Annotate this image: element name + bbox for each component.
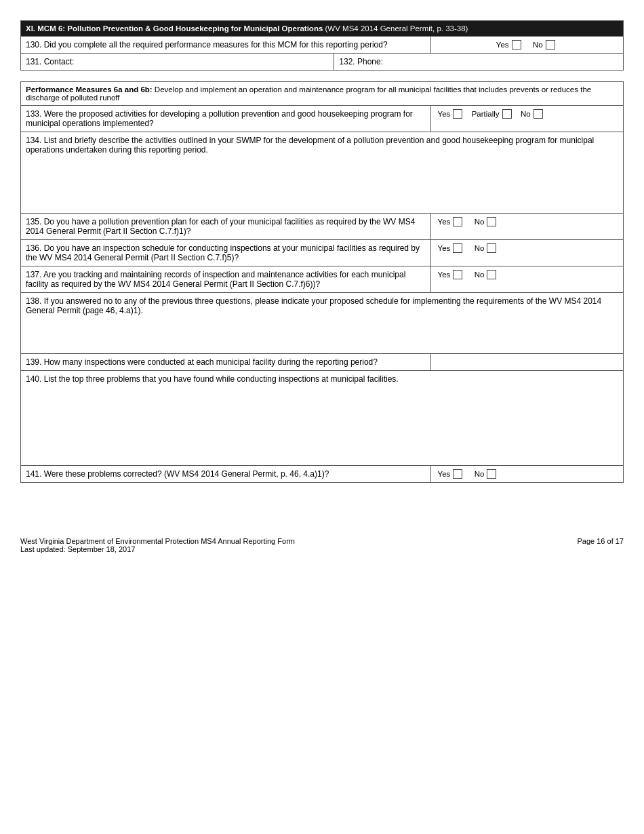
section-header-row: XI. MCM 6: Pollution Prevention & Good H… — [21, 21, 624, 37]
q141-no-group: No — [475, 469, 497, 479]
q133-yes-checkbox[interactable] — [453, 109, 462, 119]
q135-no-group: No — [475, 217, 497, 226]
q137-yes-group: Yes — [438, 270, 463, 279]
q138-text: 138. If you answered no to any of the pr… — [21, 293, 624, 354]
q134-text: 134. List and briefly describe the activ… — [21, 132, 624, 214]
q136-no-label: No — [475, 244, 485, 252]
section-header-cell: XI. MCM 6: Pollution Prevention & Good H… — [21, 21, 624, 37]
q136-yes-group: Yes — [438, 243, 463, 253]
q137-text: 137. Are you tracking and maintaining re… — [21, 266, 431, 293]
q133-partially-checkbox[interactable] — [502, 109, 512, 119]
q135-yes-group: Yes — [438, 217, 463, 226]
q141-no-checkbox[interactable] — [487, 469, 496, 479]
q141-yes-label: Yes — [438, 470, 451, 478]
q137-yes-checkbox[interactable] — [453, 270, 462, 279]
performance-table: Performance Measures 6a and 6b: Develop … — [20, 81, 624, 483]
q135-yn-cell: Yes No — [430, 214, 623, 240]
q130-yes-label: Yes — [496, 41, 509, 49]
q130-yes-group: Yes — [496, 40, 521, 49]
q141-no-label: No — [475, 470, 485, 478]
q137-no-label: No — [475, 271, 485, 279]
q133-yes-label: Yes — [438, 110, 451, 118]
q135-text: 135. Do you have a pollution prevention … — [21, 214, 431, 240]
q136-no-checkbox[interactable] — [487, 243, 496, 253]
q132-cell: 132. Phone: — [334, 54, 624, 71]
q135-yes-label: Yes — [438, 218, 451, 226]
footer-left: West Virginia Department of Environmenta… — [20, 537, 295, 553]
q141-row: 141. Were these problems corrected? (WV … — [21, 466, 624, 483]
perf-header-bold: Performance Measures 6a and 6b: — [26, 85, 153, 94]
q133-no-label: No — [521, 110, 531, 118]
q136-text: 136. Do you have an inspection schedule … — [21, 240, 431, 266]
q134-row: 134. List and briefly describe the activ… — [21, 132, 624, 214]
q137-no-checkbox[interactable] — [487, 270, 496, 279]
q136-yes-checkbox[interactable] — [453, 243, 462, 253]
q130-no-label: No — [533, 41, 543, 49]
q136-no-group: No — [475, 243, 497, 253]
q130-no-group: No — [533, 40, 555, 49]
q141-yn-cell: Yes No — [430, 466, 623, 483]
q133-partially-label: Partially — [472, 110, 500, 118]
q130-text: 130. Did you complete all the required p… — [21, 37, 431, 54]
footer-org: West Virginia Department of Environmenta… — [20, 537, 295, 545]
section-header-bold: XI. MCM 6: Pollution Prevention & Good H… — [26, 24, 323, 33]
q137-no-group: No — [475, 270, 497, 279]
q139-answer-cell — [430, 354, 623, 371]
q141-yes-checkbox[interactable] — [453, 469, 462, 479]
q133-no-group: No — [521, 109, 543, 119]
q135-row: 135. Do you have a pollution prevention … — [21, 214, 624, 240]
footer-page: Page 16 of 17 — [577, 537, 624, 553]
q130-no-checkbox[interactable] — [546, 40, 555, 49]
q130-yes-checkbox[interactable] — [512, 40, 521, 49]
q141-text: 141. Were these problems corrected? (WV … — [21, 466, 431, 483]
q131-cell: 131. Contact: — [21, 54, 334, 71]
q137-yes-label: Yes — [438, 271, 451, 279]
q133-no-checkbox[interactable] — [534, 109, 543, 119]
q133-yn-cell: Yes Partially No — [430, 106, 623, 132]
q135-no-checkbox[interactable] — [487, 217, 496, 226]
perf-header-cell: Performance Measures 6a and 6b: Develop … — [21, 82, 624, 106]
q137-yn-cell: Yes No — [430, 266, 623, 293]
q130-row: 130. Did you complete all the required p… — [21, 37, 624, 54]
q136-row: 136. Do you have an inspection schedule … — [21, 240, 624, 266]
q130-yn-cell: Yes No — [430, 37, 623, 54]
q136-yn-cell: Yes No — [430, 240, 623, 266]
q135-yes-checkbox[interactable] — [453, 217, 462, 226]
footer-date: Last updated: September 18, 2017 — [20, 545, 295, 553]
q133-yes-group: Yes — [438, 109, 463, 119]
q131-q132-row: 131. Contact: 132. Phone: — [21, 54, 624, 71]
q139-row: 139. How many inspections were conducted… — [21, 354, 624, 371]
q133-partially-group: Partially — [472, 109, 512, 119]
q140-row: 140. List the top three problems that yo… — [21, 371, 624, 466]
q136-yes-label: Yes — [438, 244, 451, 252]
q140-text: 140. List the top three problems that yo… — [21, 371, 624, 466]
q139-text: 139. How many inspections were conducted… — [21, 354, 431, 371]
q137-row: 137. Are you tracking and maintaining re… — [21, 266, 624, 293]
q133-text: 133. Were the proposed activities for de… — [21, 106, 431, 132]
section-xi-table: XI. MCM 6: Pollution Prevention & Good H… — [20, 20, 624, 71]
q135-no-label: No — [475, 218, 485, 226]
q138-row: 138. If you answered no to any of the pr… — [21, 293, 624, 354]
section-header-normal: (WV MS4 2014 General Permit, p. 33-38) — [323, 24, 468, 33]
q141-yes-group: Yes — [438, 469, 463, 479]
page-footer: West Virginia Department of Environmenta… — [20, 537, 624, 553]
q133-row: 133. Were the proposed activities for de… — [21, 106, 624, 132]
perf-header-row: Performance Measures 6a and 6b: Develop … — [21, 82, 624, 106]
